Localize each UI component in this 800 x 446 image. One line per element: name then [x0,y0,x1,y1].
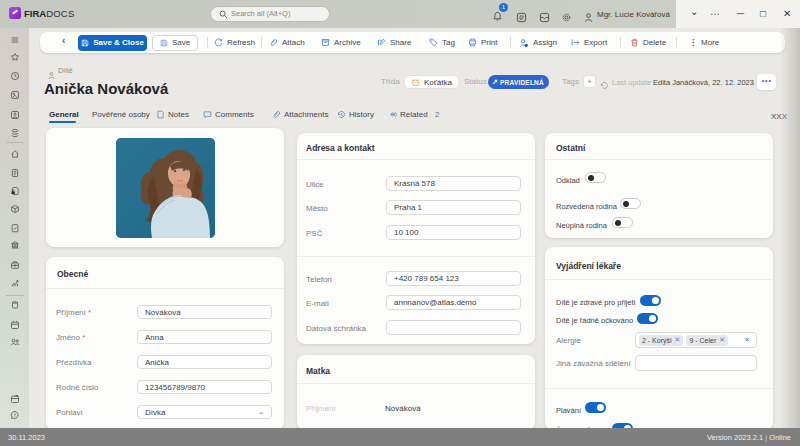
svg-text:@: @ [519,14,525,20]
